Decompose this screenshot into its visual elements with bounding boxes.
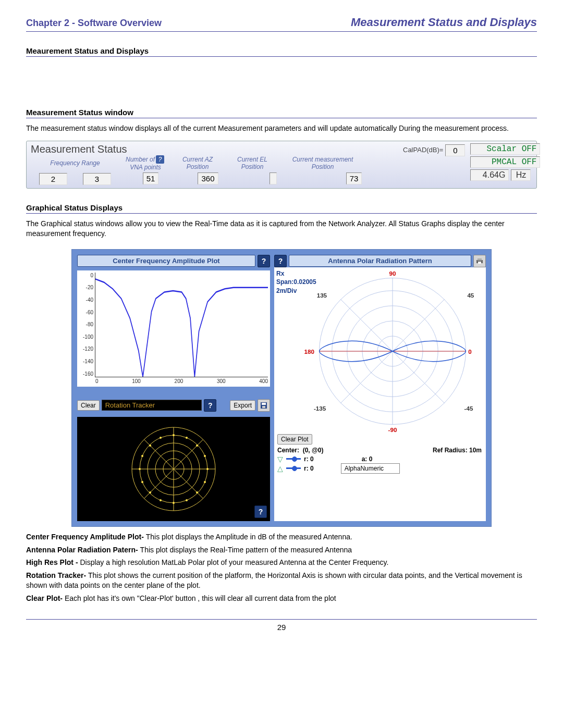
freq-value: 4.64G (470, 169, 509, 181)
svg-rect-1 (262, 403, 266, 405)
amplitude-x-ticks: 0100200300400 (95, 378, 268, 384)
clear-plot-button[interactable]: Clear Plot (277, 434, 312, 445)
polar-side-labels: Rx Span:0.02005 2m/Div (276, 269, 316, 295)
svg-point-24 (139, 468, 141, 470)
msw-el-label: Current ELPosition (236, 156, 268, 170)
note-rotation: Rotation Tracker- This plot shows the cu… (26, 571, 537, 590)
page-header: Chapter 2 - Software Overview Measuremen… (26, 16, 537, 32)
print-icon[interactable] (473, 255, 486, 267)
svg-text:-135: -135 (314, 405, 326, 412)
help-icon[interactable]: ? (204, 399, 216, 412)
svg-point-26 (149, 445, 151, 447)
export-button[interactable]: Export (230, 400, 255, 411)
msw-freq-high: 3 (83, 173, 111, 185)
svg-point-25 (141, 455, 143, 457)
rotation-tracker-plot: ? (77, 417, 270, 521)
note-polar: Antenna Polar Radiation Patern- This plo… (26, 545, 537, 555)
note-highres: High Res Plot - Display a high resolutio… (26, 558, 537, 567)
svg-point-19 (186, 499, 188, 501)
scalar-status: Scalar OFF (470, 143, 540, 155)
page-number: 29 (26, 619, 537, 632)
msw-meas-label: Current measurementPosition (291, 156, 354, 170)
svg-point-15 (204, 455, 206, 457)
clear-button[interactable]: Clear (77, 400, 100, 411)
svg-text:90: 90 (389, 270, 396, 277)
polar-plot-title: Antenna Polar Radiation Pattern (289, 255, 471, 267)
msw-vna-value: 51 (143, 172, 159, 184)
amplitude-plot: 0-20-40-60-80-100-120-140-160 0100200300… (95, 273, 268, 377)
measurement-status-window: Measurement Status Frequency Range Numbe… (26, 141, 537, 189)
msw-freq-low: 2 (39, 173, 67, 185)
msw-az-label: Current AZPosition (181, 156, 214, 170)
polar-plot: 90 45 0 -45 -90 -135 180 135 (303, 270, 482, 432)
svg-point-14 (196, 445, 198, 447)
heading-main: Meaurement Status and Displays (26, 46, 537, 57)
svg-point-18 (196, 491, 198, 493)
save-icon[interactable] (258, 399, 270, 412)
legend-swatch-icon (286, 467, 301, 469)
section-title: Measurement Status and Displays (351, 16, 537, 29)
svg-text:0: 0 (468, 348, 471, 355)
note-amplitude: Center Frequency Amplitude Plot- This pl… (26, 532, 537, 542)
svg-point-20 (173, 502, 175, 504)
svg-text:45: 45 (467, 292, 474, 299)
chapter-title: Chapter 2 - Software Overview (26, 18, 162, 29)
amplitude-plot-title: Center Frequency Amplitude Plot (77, 255, 255, 267)
svg-rect-30 (478, 262, 481, 264)
svg-point-16 (206, 468, 209, 470)
help-icon[interactable]: ? (274, 255, 287, 267)
svg-text:-90: -90 (388, 426, 397, 432)
svg-point-22 (149, 491, 151, 493)
heading-msw: Measurement Status window (26, 108, 537, 118)
svg-point-17 (204, 481, 206, 483)
help-icon[interactable]: ? (258, 255, 270, 267)
help-icon[interactable]: ? (254, 505, 267, 518)
rotation-tracker-title: Rotation Tracker (102, 400, 202, 411)
msw-vna-label: Number of? VNA points (125, 155, 166, 171)
graphical-status-panel: Center Frequency Amplitude Plot ? 0-20-4… (71, 249, 492, 527)
msw-freq-range-label: Frequency Range (49, 159, 101, 167)
msw-title: Measurement Status (27, 141, 400, 155)
help-icon[interactable]: ? (156, 155, 164, 164)
freq-unit: Hz (511, 169, 531, 181)
msw-el-value (270, 172, 277, 184)
msw-az-value: 360 (198, 172, 218, 184)
svg-point-23 (141, 481, 143, 483)
svg-point-13 (186, 437, 188, 439)
legend-swatch-icon (286, 458, 301, 460)
svg-text:-45: -45 (464, 405, 473, 412)
svg-text:135: 135 (317, 292, 327, 299)
svg-point-12 (173, 434, 175, 436)
amplitude-y-ticks: 0-20-40-60-80-100-120-140-160 (80, 273, 93, 377)
alphanumeric-field[interactable]: AlphaNumeric (341, 463, 400, 474)
svg-rect-29 (478, 258, 482, 261)
paragraph-msw: The measurement status window displays a… (26, 124, 537, 133)
svg-rect-2 (262, 406, 265, 408)
note-clear: Clear Plot- Each plot has it's own "Clea… (26, 594, 537, 603)
svg-point-21 (160, 499, 162, 501)
msw-meas-value: 73 (346, 172, 362, 184)
heading-graphical: Graphical Status Displays (26, 203, 537, 214)
svg-text:180: 180 (304, 348, 314, 355)
calpad-label: CalPAD(dB)= (403, 146, 443, 154)
calpad-value: 0 (445, 144, 465, 156)
paragraph-graphical: The Graphical status windows allow you t… (26, 219, 537, 239)
pmcal-status: PMCAL OFF (470, 156, 540, 168)
svg-point-27 (160, 437, 162, 439)
